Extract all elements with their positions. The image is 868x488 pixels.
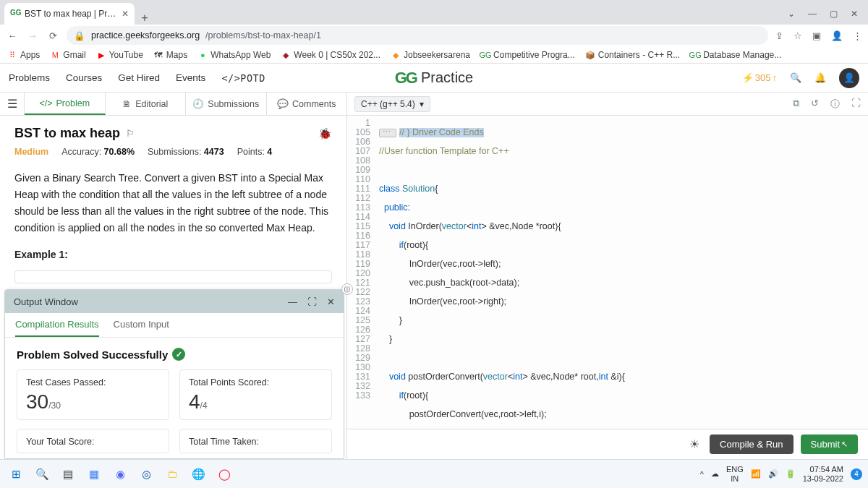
nav-gethired[interactable]: Get Hired [118,72,160,84]
fullscreen-icon[interactable]: ⛶ [851,98,861,111]
nav-events[interactable]: Events [176,72,205,84]
info-icon[interactable]: ⓘ [830,98,840,111]
editor-footer: ☀ Compile & Run Submit↖ [347,429,868,459]
problem-body: Given a Binary Search Tree. Convert a gi… [0,164,346,294]
minimize-icon[interactable]: — [288,296,297,307]
logo-text: Practice [421,69,473,86]
new-tab-button[interactable]: + [135,12,155,25]
window-minimize-icon[interactable]: — [808,9,817,19]
tab-submissions[interactable]: 🕘Submissions [186,93,267,115]
check-icon: ✓ [172,348,185,361]
tab-editorial[interactable]: 🗎Editorial [106,93,187,115]
widgets-icon[interactable]: ▦ [84,464,104,484]
back-icon[interactable]: ← [6,30,19,41]
nav-potd[interactable]: </>POTD [221,72,265,84]
nav-courses[interactable]: Courses [66,72,102,84]
difficulty-badge: Medium [14,147,48,157]
bookmark-gmail[interactable]: MGmail [50,50,85,60]
bookmark-whatsapp[interactable]: ●WhatsApp Web [197,50,271,60]
battery-icon[interactable]: 🔋 [786,469,796,479]
star-icon[interactable]: ☆ [793,30,802,41]
streak-counter[interactable]: ⚡305↑ [742,72,777,83]
tab-problem[interactable]: </>Problem [25,93,106,115]
site-logo[interactable]: GG Practice [395,69,473,87]
apps-button[interactable]: ⠿Apps [7,50,40,60]
bell-icon[interactable]: 🔔 [814,72,826,83]
chrome-icon[interactable]: 🌐 [188,464,208,484]
bookmark-competitive[interactable]: GGCompetitive Progra... [480,50,575,60]
tab-comments[interactable]: 💬Comments [267,93,347,115]
reset-icon[interactable]: ↺ [811,98,819,111]
bookmark-containers[interactable]: 📦Containers - C++ R... [585,50,680,60]
compile-run-button[interactable]: Compile & Run [710,435,793,454]
code-content[interactable]: // } Driver Code Ends //User function Te… [375,116,868,429]
nav-problems[interactable]: Problems [9,72,50,84]
editor-toolbar: C++ (g++ 5.4)▾ ⧉ ↺ ⓘ ⛶ [347,93,868,116]
bookmarks-bar: ⠿Apps MGmail ▶YouTube 🗺Maps ●WhatsApp We… [0,46,868,64]
copy-icon[interactable]: ⧉ [793,98,799,111]
kebab-menu-icon[interactable]: ⋮ [853,30,862,41]
task-view-icon[interactable]: ▤ [58,464,78,484]
language-select[interactable]: C++ (g++ 5.4)▾ [354,96,430,112]
chevron-down-icon[interactable]: ⌄ [788,9,795,19]
bookmark-cs50[interactable]: ◆Week 0 | CS50x 202... [281,50,380,60]
bookmark-database[interactable]: GGDatabase Manage... [690,50,781,60]
code-icon: </> [39,98,52,108]
reload-icon[interactable]: ⟳ [46,30,59,41]
expand-icon[interactable]: ⛶ [307,296,317,307]
wifi-icon[interactable]: 📶 [751,469,761,479]
side-panel-icon[interactable]: ▣ [812,30,821,41]
search-icon[interactable]: 🔍 [790,72,801,83]
bookmark-icon[interactable]: ⚐ [126,128,135,139]
explorer-icon[interactable]: 🗀 [162,464,182,484]
problem-pane: ☰ </>Problem 🗎Editorial 🕘Submissions 💬Co… [0,93,347,459]
browser-tab[interactable]: GG BST to max heap | Practice | Gee ✕ [4,3,135,25]
bookmark-maps[interactable]: 🗺Maps [153,50,187,60]
address-bar: ← → ⟳ 🔒 practice.geeksforgeeks.org/probl… [0,25,868,46]
notification-badge[interactable]: 4 [851,468,862,480]
opera-icon[interactable]: ◯ [214,464,234,484]
bug-icon[interactable]: 🐞 [318,127,332,140]
success-message: Problem Solved Successfully ✓ [17,348,332,361]
problem-stats: Medium Accuracy: 70.68% Submissions: 447… [14,147,332,157]
hamburger-icon[interactable]: ☰ [0,93,25,115]
discord-icon[interactable]: ◉ [110,464,130,484]
arrow-up-icon: ↑ [773,72,778,83]
tab-custom-input[interactable]: Custom Input [114,319,169,337]
pane-splitter[interactable]: ⟨|⟩ [341,283,353,295]
workspace: ☰ </>Problem 🗎Editorial 🕘Submissions 💬Co… [0,93,868,459]
submit-button[interactable]: Submit↖ [801,435,858,454]
profile-icon[interactable]: 👤 [831,30,843,41]
problem-header: BST to max heap ⚐ 🐞 Medium Accuracy: 70.… [0,116,346,164]
browser-chrome: GG BST to max heap | Practice | Gee ✕ + … [0,0,868,64]
url-path: /problems/bst-to-max-heap/1 [205,30,321,40]
forward-icon[interactable]: → [26,30,39,41]
site-header: Problems Courses Get Hired Events </>POT… [0,64,868,93]
clock-icon: 🕘 [192,98,204,109]
edge-icon[interactable]: ◎ [136,464,156,484]
avatar[interactable]: 👤 [839,68,859,88]
bookmark-jobseekers[interactable]: ◆Jobseekersarena [391,50,470,60]
bookmark-youtube[interactable]: ▶YouTube [96,50,143,60]
doc-icon: 🗎 [122,99,132,109]
theme-toggle-icon[interactable]: ☀ [689,437,699,451]
share-icon[interactable]: ⇪ [775,30,783,41]
code-editor[interactable]: 1105106107108109110111112113114115116117… [347,116,868,429]
example-heading: Example 1: [14,247,332,263]
card-test-cases: Test Cases Passed: 30/30 [17,369,169,420]
window-maximize-icon[interactable]: ▢ [830,9,838,19]
output-window-title: Output Window [14,296,78,307]
tab-compilation-results[interactable]: Compilation Results [15,319,99,337]
close-icon[interactable]: ✕ [327,296,335,307]
close-tab-icon[interactable]: ✕ [122,9,129,19]
tray-chevron-icon[interactable]: ^ [700,470,704,479]
volume-icon[interactable]: 🔊 [768,469,778,479]
url-input[interactable]: 🔒 practice.geeksforgeeks.org/problems/bs… [67,26,768,45]
clock[interactable]: 07:54 AM13-09-2022 [803,465,843,482]
search-taskbar-icon[interactable]: 🔍 [32,464,52,484]
onedrive-icon[interactable]: ☁ [711,469,719,479]
start-icon[interactable]: ⊞ [6,464,26,484]
output-window-titlebar[interactable]: Output Window — ⛶ ✕ [5,290,344,313]
window-close-icon[interactable]: ✕ [851,9,858,19]
tab-strip: GG BST to max heap | Practice | Gee ✕ + … [0,0,868,25]
